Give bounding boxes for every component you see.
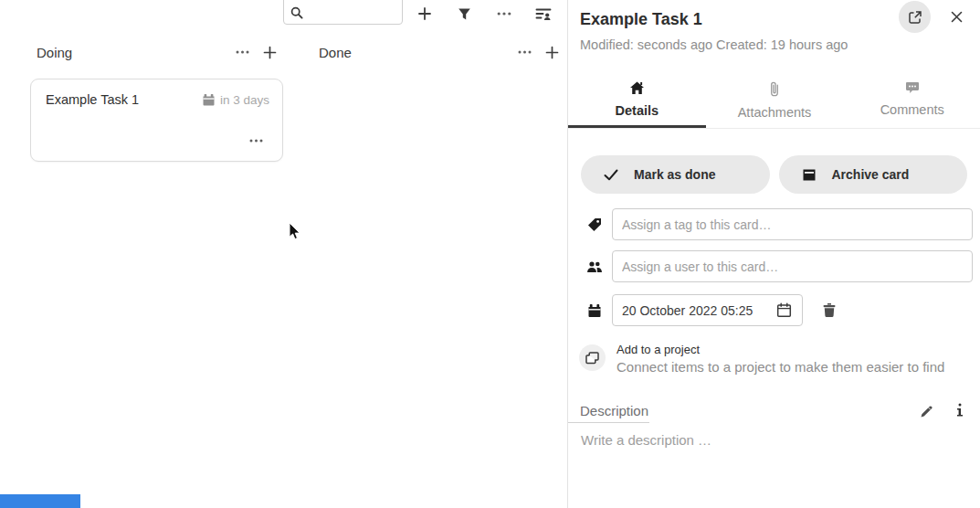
delete-due-date-button[interactable] (817, 298, 842, 323)
column-title: Done (319, 45, 352, 60)
check-icon (604, 169, 618, 181)
mouse-cursor (289, 222, 302, 241)
column-title: Doing (37, 45, 72, 60)
windows-icon (585, 352, 599, 365)
tab-attachments[interactable]: Attachments (706, 73, 844, 128)
tab-details[interactable]: Details (568, 73, 706, 128)
calendar-icon (202, 93, 216, 106)
edit-description-button[interactable] (913, 398, 939, 424)
description-header: Description (568, 400, 980, 422)
user-row (568, 250, 980, 282)
comment-icon (905, 81, 920, 94)
calendar-icon (586, 303, 603, 318)
add-to-project-subtitle: Connect items to a project to make them … (616, 359, 944, 375)
description-info-button[interactable] (947, 397, 973, 423)
more-icon (497, 11, 511, 16)
due-date-value: 20 October 2022 05:25 (622, 303, 771, 318)
column-more-button[interactable] (511, 39, 538, 65)
calendar-outline-icon (776, 302, 792, 318)
users-icon (586, 260, 603, 273)
assignees-icon (535, 7, 552, 21)
card-more-button[interactable] (242, 128, 269, 153)
action-buttons: Mark as done Archive card (568, 155, 980, 194)
project-texts: Add to a project Connect items to a proj… (616, 343, 944, 375)
add-to-project-row[interactable]: Add to a project Connect items to a proj… (579, 343, 944, 375)
project-icon-circle (579, 344, 606, 371)
description-placeholder[interactable]: Write a description … (581, 432, 711, 448)
more-icon (249, 138, 263, 143)
column-done: Done (312, 37, 565, 68)
assign-user-input[interactable] (612, 250, 973, 282)
filter-icon (458, 7, 471, 21)
bottom-left-accent-bar (0, 494, 80, 508)
panel-meta: Modified: seconds ago Created: 19 hours … (580, 37, 848, 52)
add-card-button[interactable] (412, 1, 437, 26)
pencil-icon (920, 405, 933, 418)
board-more-button[interactable] (491, 1, 517, 26)
popout-button[interactable] (899, 1, 931, 33)
trash-icon (822, 302, 837, 318)
tab-label: Comments (880, 102, 944, 117)
tag-icon (586, 217, 603, 232)
add-icon (545, 46, 559, 59)
assignees-filter-button[interactable] (531, 1, 556, 26)
mark-as-done-button[interactable]: Mark as done (581, 155, 770, 194)
search-icon (290, 6, 303, 19)
column-header: Doing (30, 37, 283, 68)
column-add-button[interactable] (256, 39, 283, 65)
kanban-board: Doing Example Task 1 (0, 0, 567, 508)
description-label: Description (580, 403, 648, 418)
popout-icon (908, 10, 922, 25)
panel-title: Example Task 1 (580, 10, 702, 29)
filter-button[interactable] (451, 1, 477, 26)
mark-as-done-label: Mark as done (634, 167, 715, 182)
close-icon (951, 11, 963, 23)
due-date-row: 20 October 2022 05:25 (568, 294, 980, 326)
close-button[interactable] (944, 5, 968, 28)
column-more-button[interactable] (228, 39, 256, 65)
add-icon (263, 46, 277, 59)
add-to-project-title: Add to a project (616, 343, 944, 356)
archive-icon (802, 168, 817, 182)
open-calendar-button[interactable] (771, 298, 796, 323)
card-due-badge: in 3 days (202, 93, 269, 107)
more-icon (518, 49, 532, 55)
archive-card-button[interactable]: Archive card (779, 155, 968, 194)
archive-card-label: Archive card (832, 167, 910, 182)
tag-row (568, 208, 980, 240)
card-due-label: in 3 days (220, 93, 269, 107)
column-add-button[interactable] (538, 39, 565, 65)
add-icon (417, 6, 432, 21)
card-title: Example Task 1 (46, 92, 202, 107)
search-input[interactable] (308, 5, 396, 19)
paperclip-icon (770, 81, 779, 97)
assign-tag-input[interactable] (612, 208, 973, 240)
column-doing: Doing Example Task 1 (30, 37, 283, 162)
card-detail-panel: Example Task 1 Modified: seconds ago Cre… (567, 0, 980, 508)
task-card[interactable]: Example Task 1 in 3 days (30, 79, 283, 162)
tab-comments[interactable]: Comments (843, 73, 980, 128)
detail-tabs: Details Attachments Comments (568, 73, 980, 129)
app-window: Doing Example Task 1 (0, 0, 980, 508)
info-icon (956, 403, 964, 418)
due-date-field[interactable]: 20 October 2022 05:25 (612, 294, 803, 326)
column-header: Done (312, 37, 565, 68)
home-icon (629, 81, 645, 95)
description-underline (568, 422, 649, 423)
tab-label: Details (616, 103, 659, 118)
search-entry[interactable] (283, 0, 403, 25)
more-icon (236, 49, 249, 55)
tab-label: Attachments (738, 105, 812, 120)
